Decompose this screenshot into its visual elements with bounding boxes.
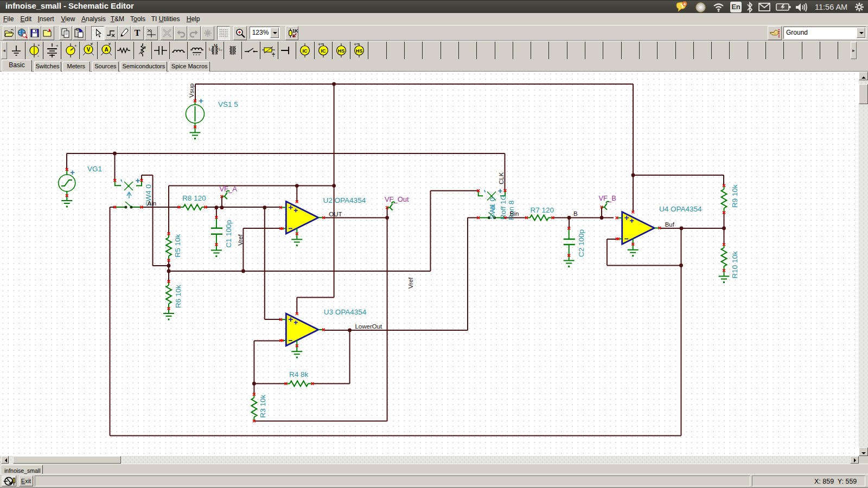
svg-text:C2 100p: C2 100p — [577, 229, 585, 257]
svg-text:Vsup: Vsup — [188, 84, 195, 98]
svg-text:U2 OPA4354: U2 OPA4354 — [323, 196, 366, 204]
svg-text:L₂: L₂ — [219, 47, 222, 51]
svg-text:VF_B: VF_B — [598, 194, 616, 202]
svg-text:VF_Out: VF_Out — [385, 195, 409, 203]
svg-text:HS: HS — [338, 48, 345, 54]
svg-text:+: + — [56, 43, 59, 48]
svg-text:VF_A: VF_A — [219, 185, 237, 193]
svg-text:R6 10k: R6 10k — [174, 285, 182, 308]
svg-text:T: T — [272, 54, 275, 57]
svg-text:Vref: Vref — [237, 234, 244, 246]
svg-text:Roff 1G: Roff 1G — [499, 195, 507, 220]
svg-text:LowerOut: LowerOut — [355, 323, 382, 330]
svg-text:R8 120: R8 120 — [182, 194, 206, 202]
svg-text:R10 10k: R10 10k — [731, 251, 739, 279]
svg-text:-: - — [37, 53, 39, 59]
svg-text:Vref: Vref — [407, 277, 414, 288]
svg-text:+: + — [199, 96, 203, 105]
svg-text:R5 10k: R5 10k — [174, 234, 182, 257]
svg-text:B: B — [573, 210, 578, 217]
svg-text:OUT: OUT — [329, 211, 342, 217]
svg-text:T: T — [134, 28, 140, 37]
svg-text:+: + — [136, 176, 141, 185]
svg-text:V: V — [86, 47, 90, 53]
svg-text:R9 10k: R9 10k — [731, 184, 739, 208]
svg-text:R3 10k: R3 10k — [259, 394, 267, 418]
svg-text:A: A — [105, 47, 108, 53]
svg-text:VS1 5: VS1 5 — [218, 100, 238, 108]
svg-text:R4 8k: R4 8k — [289, 370, 309, 378]
svg-text:+: + — [354, 42, 356, 47]
svg-text:L₁: L₁ — [209, 47, 213, 51]
svg-text:U4 OPA4354: U4 OPA4354 — [659, 205, 702, 213]
svg-text:Buf: Buf — [665, 221, 675, 228]
svg-text:U3 OPA4354: U3 OPA4354 — [324, 308, 367, 316]
svg-text:Ain: Ain — [148, 200, 157, 207]
svg-text:HS: HS — [356, 48, 363, 54]
svg-text:IC: IC — [303, 48, 308, 54]
svg-text:CLK: CLK — [498, 172, 505, 184]
svg-text:+: + — [37, 43, 40, 48]
svg-text:+: + — [318, 42, 321, 47]
svg-text:Bin: Bin — [510, 210, 519, 217]
svg-text:4: 4 — [684, 2, 686, 6]
svg-text:C1 100p: C1 100p — [225, 220, 233, 248]
svg-text:1K: 1K — [292, 29, 298, 34]
svg-text:VG1: VG1 — [87, 165, 102, 173]
svg-text:+: + — [498, 186, 503, 195]
svg-text:+: + — [74, 43, 77, 48]
svg-text:IC: IC — [321, 48, 326, 54]
svg-text:R7 120: R7 120 — [531, 206, 554, 214]
